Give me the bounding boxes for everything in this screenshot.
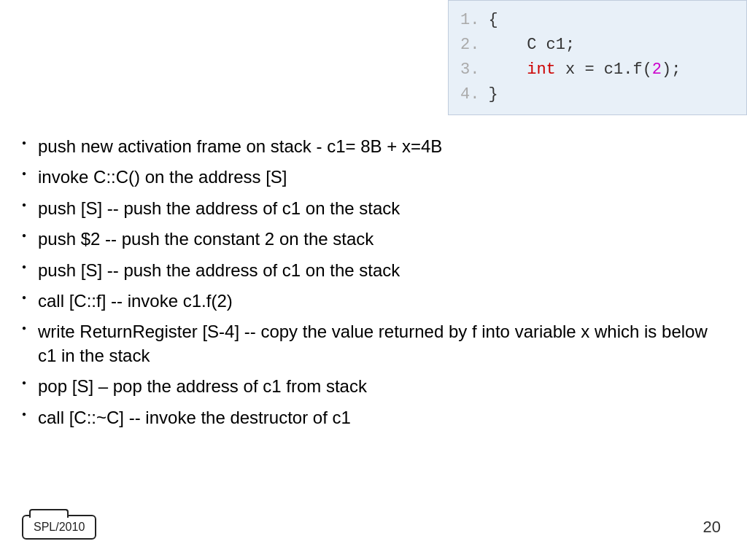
bullet-dot-8: ● bbox=[22, 378, 38, 388]
bullet-text-2: invoke C::C() on the address [S] bbox=[38, 166, 725, 189]
code-content-1: { bbox=[488, 8, 498, 33]
bullet-list: ● push new activation frame on stack - c… bbox=[22, 135, 725, 437]
bullet-dot-3: ● bbox=[22, 200, 38, 210]
bullet-item-3: ● push [S] -- push the address of c1 on … bbox=[22, 197, 725, 220]
line-num-4: 4. bbox=[460, 82, 479, 107]
bullet-text-9: call [C::~C] -- invoke the destructor of… bbox=[38, 406, 725, 429]
keyword-int: int bbox=[527, 61, 556, 79]
bullet-dot-6: ● bbox=[22, 292, 38, 303]
bullet-text-4: push $2 -- push the constant 2 on the st… bbox=[38, 228, 725, 251]
code-line-2: 2. C c1; bbox=[460, 33, 735, 58]
code-block: 1. { 2. C c1; 3. int x = c1.f(2); 4. } bbox=[448, 0, 747, 115]
bullet-dot-7: ● bbox=[22, 323, 38, 333]
bullet-text-3: push [S] -- push the address of c1 on th… bbox=[38, 197, 725, 220]
bullet-text-6: call [C::f] -- invoke c1.f(2) bbox=[38, 289, 725, 313]
footer-label: SPL/2010 bbox=[22, 515, 96, 540]
bullet-item-9: ● call [C::~C] -- invoke the destructor … bbox=[22, 406, 725, 429]
bullet-text-7: write ReturnRegister [S-4] -- copy the v… bbox=[38, 320, 725, 368]
line-num-2: 2. bbox=[460, 33, 479, 58]
code-line-3: 3. int x = c1.f(2); bbox=[460, 58, 735, 82]
bullet-text-8: pop [S] – pop the address of c1 from sta… bbox=[38, 375, 725, 398]
bullet-dot-5: ● bbox=[22, 262, 38, 272]
bullet-item-7: ● write ReturnRegister [S-4] -- copy the… bbox=[22, 320, 725, 368]
number-2: 2 bbox=[652, 61, 662, 79]
code-content-2: C c1; bbox=[488, 33, 575, 58]
code-content-4: } bbox=[488, 82, 498, 107]
code-line-1: 1. { bbox=[460, 8, 735, 33]
bullet-item-8: ● pop [S] – pop the address of c1 from s… bbox=[22, 375, 725, 398]
code-content-3: int x = c1.f(2); bbox=[488, 58, 681, 82]
bullet-item-6: ● call [C::f] -- invoke c1.f(2) bbox=[22, 289, 725, 313]
page-number: 20 bbox=[703, 518, 721, 537]
line-num-1: 1. bbox=[460, 8, 479, 33]
bullet-item-4: ● push $2 -- push the constant 2 on the … bbox=[22, 228, 725, 251]
bullet-item-2: ● invoke C::C() on the address [S] bbox=[22, 166, 725, 189]
code-line-4: 4. } bbox=[460, 82, 735, 107]
bullet-item-1: ● push new activation frame on stack - c… bbox=[22, 135, 725, 158]
bullet-item-5: ● push [S] -- push the address of c1 on … bbox=[22, 259, 725, 282]
bullet-dot-9: ● bbox=[22, 409, 38, 419]
bullet-text-1: push new activation frame on stack - c1=… bbox=[38, 135, 725, 158]
line-num-3: 3. bbox=[460, 58, 479, 82]
bullet-dot-2: ● bbox=[22, 168, 38, 179]
bullet-dot-1: ● bbox=[22, 138, 38, 148]
bullet-text-5: push [S] -- push the address of c1 on th… bbox=[38, 259, 725, 282]
bullet-dot-4: ● bbox=[22, 230, 38, 241]
